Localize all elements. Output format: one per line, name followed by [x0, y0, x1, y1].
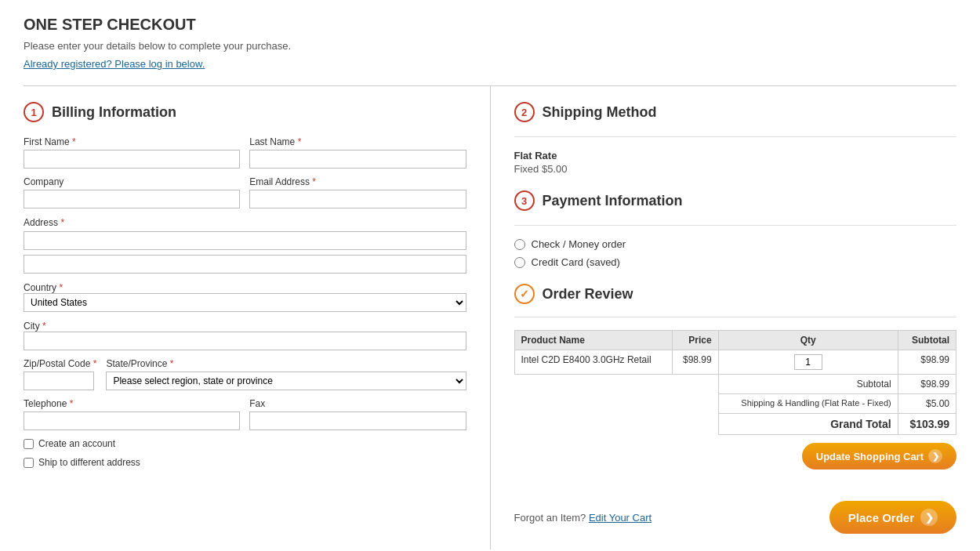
- col-subtotal: Subtotal: [898, 331, 956, 350]
- payment-label-credit[interactable]: Credit Card (saved): [532, 256, 620, 268]
- item-price: $98.99: [672, 350, 718, 375]
- order-review-divider: [514, 317, 957, 317]
- first-name-input[interactable]: [24, 150, 240, 169]
- subtotal-label: Subtotal: [718, 375, 898, 394]
- company-email-row: Company Email Address *: [24, 176, 466, 208]
- country-required: *: [59, 282, 63, 293]
- city-group: City *: [24, 320, 466, 350]
- order-review-title: Order Review: [543, 286, 633, 303]
- login-link[interactable]: Already registered? Please log in below.: [24, 58, 205, 70]
- payment-option-check: Check / Money order: [514, 238, 957, 250]
- zip-state-row: Zip/Postal Code * 93504 State/Province *…: [24, 358, 466, 390]
- first-name-required: *: [72, 136, 76, 147]
- grand-total-row: Grand Total $103.99: [514, 414, 956, 435]
- update-cart-wrapper: Update Shopping Cart ❯: [514, 443, 957, 485]
- address-line2-wrapper: [24, 255, 466, 274]
- company-label: Company: [24, 176, 240, 187]
- telephone-label: Telephone *: [24, 398, 240, 409]
- update-cart-button[interactable]: Update Shopping Cart ❯: [802, 443, 956, 469]
- col-product-name: Product Name: [514, 331, 672, 350]
- country-group: Country * United States Canada United Ki…: [24, 281, 466, 312]
- shipping-section-number: 2: [514, 102, 535, 122]
- place-order-button[interactable]: Place Order ❯: [829, 501, 956, 534]
- telephone-group: Telephone *: [24, 398, 240, 430]
- create-account-row: Create an account: [24, 438, 466, 449]
- name-row: First Name * Last Name *: [24, 136, 466, 169]
- ship-different-label[interactable]: Ship to different address: [38, 457, 140, 468]
- checkmark-icon: ✓: [520, 288, 529, 300]
- payment-label-check[interactable]: Check / Money order: [532, 238, 626, 250]
- state-select[interactable]: Please select region, state or province …: [106, 372, 466, 390]
- order-review-checkmark: ✓: [514, 284, 535, 304]
- fax-input[interactable]: [249, 411, 466, 430]
- address-line1-input[interactable]: [24, 231, 466, 250]
- address-line2-input[interactable]: [24, 255, 466, 274]
- payment-radio-check[interactable]: [514, 239, 525, 250]
- payment-section-number: 3: [514, 190, 535, 211]
- billing-section-header: 1 Billing Information: [24, 102, 466, 122]
- create-account-checkbox[interactable]: [24, 439, 34, 449]
- country-select[interactable]: United States Canada United Kingdom: [24, 293, 466, 312]
- item-qty-cell: 1: [718, 350, 898, 375]
- city-required: *: [42, 321, 46, 332]
- company-input[interactable]: [24, 190, 240, 208]
- city-input[interactable]: [24, 332, 466, 350]
- billing-section-title: Billing Information: [52, 104, 176, 121]
- fax-group: Fax: [249, 398, 466, 430]
- first-name-group: First Name *: [24, 136, 240, 169]
- place-order-label: Place Order: [848, 511, 914, 524]
- edit-cart-link[interactable]: Edit Your Cart: [589, 512, 652, 524]
- order-review-header: ✓ Order Review: [514, 284, 957, 304]
- right-panel: 2 Shipping Method Flat Rate Fixed $5.00 …: [491, 86, 957, 549]
- forgot-item-text: Forgot an Item? Edit Your Cart: [514, 512, 652, 524]
- main-layout: 1 Billing Information First Name * Last …: [24, 85, 956, 549]
- subtotal-row: Subtotal $98.99: [514, 375, 956, 394]
- shipping-section-title: Shipping Method: [543, 104, 657, 121]
- zip-required: *: [93, 358, 97, 369]
- zip-input[interactable]: 93504: [24, 372, 94, 390]
- col-price: Price: [672, 331, 718, 350]
- page-title: ONE STEP CHECKOUT: [24, 16, 956, 34]
- last-name-input[interactable]: [249, 150, 466, 169]
- shipping-divider: [514, 136, 957, 137]
- zip-label: Zip/Postal Code *: [24, 358, 96, 369]
- order-item-row: Intel C2D E8400 3.0GHz Retail $98.99 1 $…: [514, 350, 956, 375]
- payment-radio-credit[interactable]: [514, 257, 525, 268]
- address-required: *: [60, 217, 64, 228]
- item-subtotal: $98.99: [898, 350, 956, 375]
- country-label: Country *: [24, 282, 63, 293]
- email-input[interactable]: [249, 190, 466, 208]
- billing-panel: 1 Billing Information First Name * Last …: [24, 86, 491, 549]
- payment-section-header: 3 Payment Information: [514, 190, 957, 211]
- tel-fax-row: Telephone * Fax: [24, 398, 466, 430]
- create-account-label[interactable]: Create an account: [38, 438, 115, 449]
- payment-section-title: Payment Information: [543, 193, 683, 209]
- grand-total-value: $103.99: [898, 414, 956, 435]
- city-label: City *: [24, 321, 46, 332]
- item-qty-input[interactable]: 1: [794, 354, 822, 370]
- grand-total-label: Grand Total: [718, 414, 898, 435]
- email-group: Email Address *: [249, 176, 466, 208]
- page-container: ONE STEP CHECKOUT Please enter your deta…: [0, 0, 980, 551]
- email-required: *: [312, 176, 316, 187]
- shipping-rate-name: Flat Rate: [514, 150, 957, 161]
- payment-option-credit: Credit Card (saved): [514, 256, 957, 268]
- subtotal-value: $98.99: [898, 375, 956, 394]
- last-name-label: Last Name *: [249, 136, 466, 147]
- shipping-section: 2 Shipping Method Flat Rate Fixed $5.00: [514, 102, 957, 175]
- item-name: Intel C2D E8400 3.0GHz Retail: [514, 350, 672, 375]
- update-cart-label: Update Shopping Cart: [816, 451, 924, 462]
- last-name-required: *: [298, 136, 302, 147]
- company-group: Company: [24, 176, 240, 208]
- col-qty: Qty: [718, 331, 898, 350]
- payment-section: 3 Payment Information Check / Money orde…: [514, 190, 957, 268]
- address-label: Address *: [24, 217, 64, 228]
- page-subtitle: Please enter your details below to compl…: [24, 40, 956, 52]
- telephone-input[interactable]: [24, 411, 240, 430]
- ship-different-checkbox[interactable]: [24, 458, 34, 468]
- ship-different-row: Ship to different address: [24, 457, 466, 468]
- shipping-cost-value: $5.00: [898, 394, 956, 414]
- last-name-group: Last Name *: [249, 136, 466, 169]
- shipping-cost-label: Shipping & Handling (Flat Rate - Fixed): [718, 394, 898, 414]
- order-table-header-row: Product Name Price Qty Subtotal: [514, 331, 956, 350]
